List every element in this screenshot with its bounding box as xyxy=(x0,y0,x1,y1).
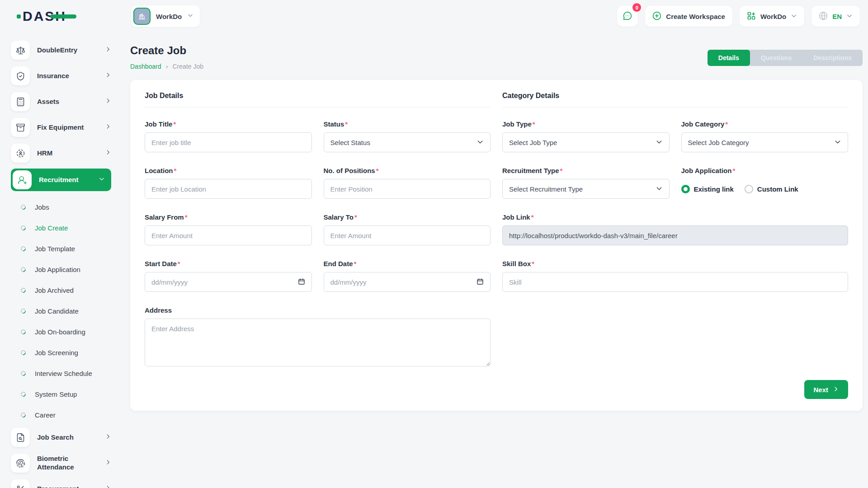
grid-plus-icon xyxy=(747,11,756,22)
create-workspace-button[interactable]: Create Workspace xyxy=(645,6,732,27)
circle-dot-icon xyxy=(20,370,27,377)
positions-field: No. of Positions* xyxy=(324,167,491,199)
job-application-field: Job Application* Existing link Custom Li… xyxy=(681,167,849,199)
job-application-label: Job Application xyxy=(681,167,732,174)
sidebar-subitem-career[interactable]: Career xyxy=(17,404,111,425)
required-marker: * xyxy=(533,120,535,128)
required-marker: * xyxy=(354,260,357,267)
location-field: Location* xyxy=(145,167,312,199)
salary-from-input[interactable] xyxy=(145,225,312,245)
job-category-select[interactable]: Select Job Category xyxy=(681,132,849,152)
sidebar-item-procurement[interactable]: Procurement xyxy=(11,479,111,488)
chevron-right-icon xyxy=(105,485,111,488)
globe-icon xyxy=(819,11,828,22)
next-button[interactable]: Next xyxy=(804,380,848,399)
salary-from-field: Salary From* xyxy=(145,213,312,245)
tab-details[interactable]: Details xyxy=(708,50,750,66)
app-switcher-button[interactable]: WorkDo xyxy=(740,6,804,27)
sidebar-subitem-job-create[interactable]: Job Create xyxy=(17,217,111,238)
tab-questions[interactable]: Questions xyxy=(750,50,802,66)
job-link-field: Job Link* http://localhost/product/workd… xyxy=(502,213,848,245)
workspace-selector[interactable]: WorkDo xyxy=(131,5,200,27)
chevron-down-icon xyxy=(187,12,193,20)
job-application-radio-group: Existing link Custom Link xyxy=(681,179,849,199)
language-selector[interactable]: EN xyxy=(811,6,860,27)
sidebar-item-assets[interactable]: Assets xyxy=(11,91,111,112)
address-label: Address xyxy=(145,306,172,314)
sidebar-item-biometric-attendance[interactable]: Biometric Attendance xyxy=(11,453,111,474)
radio-unselected-icon xyxy=(745,185,753,193)
end-date-label: End Date xyxy=(324,260,353,267)
required-marker: * xyxy=(185,213,188,221)
sidebar-subitem-job-archived[interactable]: Job Archived xyxy=(17,280,111,300)
required-marker: * xyxy=(345,120,348,128)
sidebar-item-hrm[interactable]: HRM xyxy=(11,143,111,164)
messages-badge: 0 xyxy=(632,3,641,12)
sidebar-item-insurance[interactable]: Insurance xyxy=(11,66,111,86)
required-marker: * xyxy=(178,260,180,267)
calendar-icon[interactable] xyxy=(476,278,484,286)
sidebar-item-recruitment[interactable]: Recruitment xyxy=(11,169,111,191)
recruitment-type-select[interactable]: Select Recruitment Type xyxy=(502,179,670,199)
positions-input[interactable] xyxy=(324,179,491,199)
circle-dot-icon xyxy=(20,225,27,231)
job-title-input[interactable] xyxy=(145,132,312,152)
end-date-input[interactable]: dd/mm/yyyy xyxy=(324,272,491,292)
location-input[interactable] xyxy=(145,179,312,199)
salary-to-label: Salary To xyxy=(324,213,354,221)
sidebar-subitem-job-candidate[interactable]: Job Candidate xyxy=(17,300,111,321)
workspace-label: WorkDo xyxy=(156,13,182,20)
sidebar-subitem-job-template[interactable]: Job Template xyxy=(17,238,111,259)
status-select[interactable]: Select Status xyxy=(324,132,491,152)
calendar-icon[interactable] xyxy=(298,278,305,286)
breadcrumb-dashboard-link[interactable]: Dashboard xyxy=(130,63,161,70)
topbar: DASH WorkDo 0 Create Workspace WorkDo EN xyxy=(0,0,868,33)
required-marker: * xyxy=(532,260,534,267)
chevron-down-icon xyxy=(656,138,663,147)
language-label: EN xyxy=(832,13,842,20)
chevron-down-icon xyxy=(846,13,853,20)
archive-icon xyxy=(11,118,30,137)
brand-logo[interactable]: DASH xyxy=(0,9,119,24)
required-marker: * xyxy=(354,213,357,221)
sidebar-item-doubleentry[interactable]: DoubleEntry xyxy=(11,40,111,61)
sidebar-subitem-jobs[interactable]: Jobs xyxy=(17,197,111,217)
start-date-label: Start Date xyxy=(145,260,177,267)
start-date-input[interactable]: dd/mm/yyyy xyxy=(145,272,312,292)
breadcrumb-separator: › xyxy=(166,62,168,70)
sidebar-subitem-job-onboarding[interactable]: Job On-boarding xyxy=(17,321,111,342)
start-date-field: Start Date* dd/mm/yyyy xyxy=(145,260,312,292)
chevron-right-icon xyxy=(105,459,111,467)
messages-button[interactable]: 0 xyxy=(617,6,638,27)
sidebar-subitem-system-setup[interactable]: System Setup xyxy=(17,384,111,404)
sidebar: DoubleEntry Insurance Assets Fix Equipme… xyxy=(0,33,119,488)
chevron-right-icon xyxy=(105,149,111,157)
job-type-select[interactable]: Select Job Type xyxy=(502,132,670,152)
skill-box-field: Skill Box* xyxy=(502,260,848,292)
create-job-card: Job Details Job Title* Status* Select St… xyxy=(130,80,863,411)
sidebar-item-fix-equipment[interactable]: Fix Equipment xyxy=(11,117,111,138)
custom-link-radio[interactable]: Custom Link xyxy=(745,185,798,193)
required-marker: * xyxy=(732,167,735,174)
fingerprint-icon xyxy=(11,454,30,473)
address-textarea[interactable] xyxy=(145,319,491,366)
chevron-right-icon xyxy=(105,98,111,106)
sidebar-subitem-job-screening[interactable]: Job Screening xyxy=(17,342,111,363)
chevron-down-icon xyxy=(99,176,105,184)
circle-dot-icon xyxy=(20,287,27,294)
tab-descriptions[interactable]: Descriptions xyxy=(802,50,863,66)
existing-link-radio[interactable]: Existing link xyxy=(681,185,734,193)
job-link-value: http://localhost/product/workdo-dash-v3/… xyxy=(502,225,848,245)
sidebar-subitem-job-application[interactable]: Job Application xyxy=(17,259,111,280)
salary-to-input[interactable] xyxy=(324,225,491,245)
sidebar-item-job-search[interactable]: Job Search xyxy=(11,427,111,448)
recruitment-submenu: Jobs Job Create Job Template Job Applica… xyxy=(11,196,111,427)
skill-input[interactable] xyxy=(502,272,848,292)
job-title-label: Job Title xyxy=(145,120,172,128)
sidebar-subitem-interview-schedule[interactable]: Interview Schedule xyxy=(17,363,111,384)
page-title: Create Job xyxy=(130,44,203,57)
form-step-tabs: Details Questions Descriptions xyxy=(708,50,863,66)
circle-dot-icon xyxy=(20,349,27,356)
circle-dot-icon xyxy=(20,328,27,335)
chevron-down-icon xyxy=(476,138,484,147)
